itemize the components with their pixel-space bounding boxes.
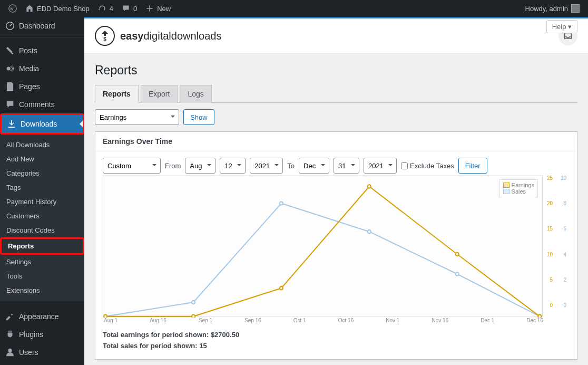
to-label: To bbox=[287, 162, 295, 170]
help-button[interactable]: Help ▾ bbox=[546, 20, 577, 33]
svg-rect-8 bbox=[103, 175, 542, 316]
admin-bar: EDD Demo Shop 4 0 New Howdy, admin bbox=[0, 0, 588, 17]
svg-point-15 bbox=[104, 315, 107, 318]
sidebar-sub-addnew[interactable]: Add New bbox=[0, 152, 84, 166]
svg-point-19 bbox=[456, 253, 459, 256]
sidebar-item-users[interactable]: Users bbox=[0, 343, 84, 361]
downloads-submenu: All Downloads Add New Categories Tags Pa… bbox=[0, 135, 84, 301]
sidebar-sub-reports[interactable]: Reports bbox=[2, 239, 83, 253]
y-axis-left: 2520151050 bbox=[540, 175, 553, 308]
to-year-select[interactable]: 2021 bbox=[364, 158, 397, 174]
svg-point-17 bbox=[280, 286, 283, 290]
svg-point-12 bbox=[368, 230, 371, 233]
sidebar-sub-all[interactable]: All Downloads bbox=[0, 138, 84, 152]
show-button[interactable]: Show bbox=[183, 109, 214, 125]
page-title: Reports bbox=[95, 63, 577, 78]
account-greeting[interactable]: Howdy, admin bbox=[521, 4, 584, 13]
sidebar-item-posts[interactable]: Posts bbox=[0, 42, 84, 60]
panel-title: Earnings Over Time bbox=[95, 132, 577, 151]
x-axis: Aug 1Aug 16Sep 1Sep 16Oct 1Oct 16Nov 1No… bbox=[103, 318, 570, 323]
svg-point-0 bbox=[9, 5, 16, 12]
sidebar-sub-customers[interactable]: Customers bbox=[0, 209, 84, 223]
plugin-header: $ easydigitaldownloads bbox=[84, 18, 588, 54]
svg-text:$: $ bbox=[103, 36, 106, 42]
sidebar-sub-categories[interactable]: Categories bbox=[0, 166, 84, 180]
sidebar-item-comments[interactable]: Comments bbox=[0, 95, 84, 113]
avatar-icon bbox=[571, 4, 580, 13]
admin-sidebar: Dashboard Posts Media Pages Comments Dow… bbox=[0, 17, 84, 365]
svg-point-20 bbox=[538, 315, 541, 318]
sidebar-sub-tags[interactable]: Tags bbox=[0, 180, 84, 195]
svg-point-16 bbox=[192, 315, 195, 318]
comments-count[interactable]: 0 bbox=[117, 0, 141, 17]
tabs: Reports Export Logs bbox=[95, 85, 577, 103]
highlight-reports: Reports bbox=[0, 237, 84, 255]
wp-logo[interactable] bbox=[4, 0, 21, 17]
svg-point-18 bbox=[368, 185, 371, 188]
from-day-select[interactable]: 12 bbox=[220, 158, 246, 174]
sidebar-sub-extensions[interactable]: Extensions bbox=[0, 283, 84, 297]
svg-point-13 bbox=[456, 272, 459, 275]
earnings-panel: Earnings Over Time Custom From Aug 12 20… bbox=[95, 131, 577, 360]
sidebar-item-pages[interactable]: Pages bbox=[0, 78, 84, 95]
exclude-taxes-checkbox[interactable]: Exclude Taxes bbox=[401, 162, 454, 170]
from-year-select[interactable]: 2021 bbox=[250, 158, 283, 174]
from-label: From bbox=[165, 162, 181, 170]
sidebar-item-downloads[interactable]: Downloads bbox=[2, 115, 83, 133]
to-month-select[interactable]: Dec bbox=[299, 158, 329, 174]
highlight-downloads: Downloads bbox=[0, 113, 84, 135]
sidebar-sub-payment[interactable]: Payment History bbox=[0, 195, 84, 209]
sidebar-item-dashboard[interactable]: Dashboard bbox=[0, 17, 84, 35]
chart-legend: Earnings Sales bbox=[499, 179, 538, 197]
sidebar-sub-discount[interactable]: Discount Codes bbox=[0, 223, 84, 237]
edd-logo-icon: $ bbox=[95, 26, 115, 46]
svg-point-11 bbox=[280, 201, 283, 205]
svg-point-10 bbox=[192, 301, 195, 304]
sidebar-item-plugins[interactable]: Plugins bbox=[0, 325, 84, 343]
content-area: Help ▾ $ easydigitaldownloads Reports Re… bbox=[84, 17, 588, 365]
updates[interactable]: 4 bbox=[94, 0, 117, 17]
earnings-chart: 2520151050 1086420 bbox=[103, 175, 570, 318]
summary: Total earnings for period shown: $2700.5… bbox=[103, 331, 570, 350]
edd-logo: $ easydigitaldownloads bbox=[95, 26, 221, 46]
tab-export[interactable]: Export bbox=[141, 85, 178, 103]
tab-logs[interactable]: Logs bbox=[180, 85, 211, 103]
from-month-select[interactable]: Aug bbox=[185, 158, 215, 174]
y-axis-right: 1086420 bbox=[554, 175, 566, 308]
range-select[interactable]: Custom bbox=[103, 158, 161, 174]
to-day-select[interactable]: 31 bbox=[334, 158, 359, 174]
filter-button[interactable]: Filter bbox=[458, 158, 487, 174]
site-name[interactable]: EDD Demo Shop bbox=[21, 0, 94, 17]
sidebar-item-appearance[interactable]: Appearance bbox=[0, 308, 84, 325]
sidebar-item-media[interactable]: Media bbox=[0, 60, 84, 78]
svg-point-2 bbox=[7, 66, 11, 70]
new-content[interactable]: New bbox=[141, 0, 175, 17]
sidebar-sub-tools[interactable]: Tools bbox=[0, 269, 84, 283]
tab-reports[interactable]: Reports bbox=[95, 85, 139, 103]
report-type-select[interactable]: Earnings bbox=[95, 109, 179, 125]
sidebar-item-tools[interactable]: Tools bbox=[0, 361, 84, 365]
sidebar-sub-settings[interactable]: Settings bbox=[0, 255, 84, 269]
svg-point-3 bbox=[8, 349, 12, 352]
